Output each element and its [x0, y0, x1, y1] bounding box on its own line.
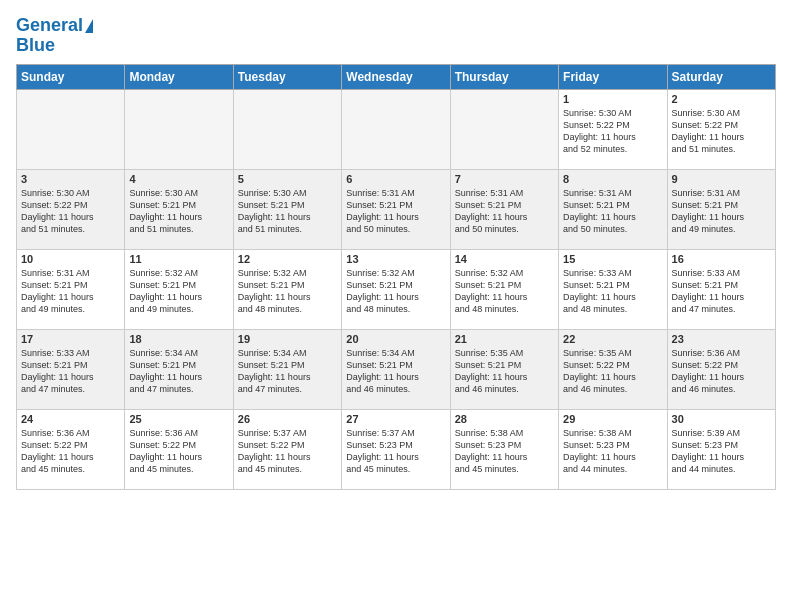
day-number: 28: [455, 413, 554, 425]
day-info: Sunrise: 5:30 AM Sunset: 5:21 PM Dayligh…: [238, 187, 337, 236]
weekday-header: Sunday: [17, 64, 125, 89]
calendar-cell: 7Sunrise: 5:31 AM Sunset: 5:21 PM Daylig…: [450, 169, 558, 249]
day-info: Sunrise: 5:32 AM Sunset: 5:21 PM Dayligh…: [455, 267, 554, 316]
calendar-week-row: 17Sunrise: 5:33 AM Sunset: 5:21 PM Dayli…: [17, 329, 776, 409]
day-info: Sunrise: 5:31 AM Sunset: 5:21 PM Dayligh…: [563, 187, 662, 236]
calendar-cell: 21Sunrise: 5:35 AM Sunset: 5:21 PM Dayli…: [450, 329, 558, 409]
day-number: 4: [129, 173, 228, 185]
weekday-header: Tuesday: [233, 64, 341, 89]
day-info: Sunrise: 5:34 AM Sunset: 5:21 PM Dayligh…: [129, 347, 228, 396]
day-number: 3: [21, 173, 120, 185]
day-number: 6: [346, 173, 445, 185]
calendar-cell: 26Sunrise: 5:37 AM Sunset: 5:22 PM Dayli…: [233, 409, 341, 489]
day-number: 15: [563, 253, 662, 265]
day-number: 16: [672, 253, 771, 265]
calendar-cell: 16Sunrise: 5:33 AM Sunset: 5:21 PM Dayli…: [667, 249, 775, 329]
day-info: Sunrise: 5:38 AM Sunset: 5:23 PM Dayligh…: [455, 427, 554, 476]
day-number: 1: [563, 93, 662, 105]
calendar-cell: 20Sunrise: 5:34 AM Sunset: 5:21 PM Dayli…: [342, 329, 450, 409]
calendar-cell: [125, 89, 233, 169]
calendar-week-row: 10Sunrise: 5:31 AM Sunset: 5:21 PM Dayli…: [17, 249, 776, 329]
logo-text-general: General: [16, 16, 83, 36]
day-info: Sunrise: 5:36 AM Sunset: 5:22 PM Dayligh…: [672, 347, 771, 396]
logo-text-blue: Blue: [16, 36, 55, 56]
calendar-header-row: SundayMondayTuesdayWednesdayThursdayFrid…: [17, 64, 776, 89]
calendar-cell: 1Sunrise: 5:30 AM Sunset: 5:22 PM Daylig…: [559, 89, 667, 169]
calendar-week-row: 24Sunrise: 5:36 AM Sunset: 5:22 PM Dayli…: [17, 409, 776, 489]
calendar-table: SundayMondayTuesdayWednesdayThursdayFrid…: [16, 64, 776, 490]
day-number: 8: [563, 173, 662, 185]
day-number: 9: [672, 173, 771, 185]
calendar-cell: 28Sunrise: 5:38 AM Sunset: 5:23 PM Dayli…: [450, 409, 558, 489]
day-number: 5: [238, 173, 337, 185]
day-info: Sunrise: 5:31 AM Sunset: 5:21 PM Dayligh…: [346, 187, 445, 236]
day-info: Sunrise: 5:30 AM Sunset: 5:21 PM Dayligh…: [129, 187, 228, 236]
day-info: Sunrise: 5:30 AM Sunset: 5:22 PM Dayligh…: [21, 187, 120, 236]
day-info: Sunrise: 5:35 AM Sunset: 5:22 PM Dayligh…: [563, 347, 662, 396]
calendar-cell: 11Sunrise: 5:32 AM Sunset: 5:21 PM Dayli…: [125, 249, 233, 329]
logo-icon: [85, 19, 93, 33]
day-info: Sunrise: 5:36 AM Sunset: 5:22 PM Dayligh…: [21, 427, 120, 476]
calendar-cell: 24Sunrise: 5:36 AM Sunset: 5:22 PM Dayli…: [17, 409, 125, 489]
day-info: Sunrise: 5:34 AM Sunset: 5:21 PM Dayligh…: [346, 347, 445, 396]
day-number: 27: [346, 413, 445, 425]
day-info: Sunrise: 5:37 AM Sunset: 5:23 PM Dayligh…: [346, 427, 445, 476]
day-number: 14: [455, 253, 554, 265]
calendar-week-row: 3Sunrise: 5:30 AM Sunset: 5:22 PM Daylig…: [17, 169, 776, 249]
day-number: 26: [238, 413, 337, 425]
day-number: 7: [455, 173, 554, 185]
calendar-cell: 10Sunrise: 5:31 AM Sunset: 5:21 PM Dayli…: [17, 249, 125, 329]
calendar-cell: 19Sunrise: 5:34 AM Sunset: 5:21 PM Dayli…: [233, 329, 341, 409]
day-info: Sunrise: 5:37 AM Sunset: 5:22 PM Dayligh…: [238, 427, 337, 476]
calendar-cell: 5Sunrise: 5:30 AM Sunset: 5:21 PM Daylig…: [233, 169, 341, 249]
calendar-cell: [17, 89, 125, 169]
day-info: Sunrise: 5:31 AM Sunset: 5:21 PM Dayligh…: [672, 187, 771, 236]
weekday-header: Monday: [125, 64, 233, 89]
calendar-week-row: 1Sunrise: 5:30 AM Sunset: 5:22 PM Daylig…: [17, 89, 776, 169]
calendar-cell: 12Sunrise: 5:32 AM Sunset: 5:21 PM Dayli…: [233, 249, 341, 329]
calendar-cell: 6Sunrise: 5:31 AM Sunset: 5:21 PM Daylig…: [342, 169, 450, 249]
day-number: 2: [672, 93, 771, 105]
page-header: General Blue: [16, 16, 776, 56]
calendar-cell: 9Sunrise: 5:31 AM Sunset: 5:21 PM Daylig…: [667, 169, 775, 249]
calendar-cell: 3Sunrise: 5:30 AM Sunset: 5:22 PM Daylig…: [17, 169, 125, 249]
weekday-header: Wednesday: [342, 64, 450, 89]
calendar-cell: 22Sunrise: 5:35 AM Sunset: 5:22 PM Dayli…: [559, 329, 667, 409]
day-info: Sunrise: 5:30 AM Sunset: 5:22 PM Dayligh…: [563, 107, 662, 156]
day-number: 25: [129, 413, 228, 425]
day-info: Sunrise: 5:33 AM Sunset: 5:21 PM Dayligh…: [21, 347, 120, 396]
day-info: Sunrise: 5:30 AM Sunset: 5:22 PM Dayligh…: [672, 107, 771, 156]
day-number: 18: [129, 333, 228, 345]
weekday-header: Friday: [559, 64, 667, 89]
day-info: Sunrise: 5:32 AM Sunset: 5:21 PM Dayligh…: [238, 267, 337, 316]
day-number: 19: [238, 333, 337, 345]
day-info: Sunrise: 5:34 AM Sunset: 5:21 PM Dayligh…: [238, 347, 337, 396]
day-number: 20: [346, 333, 445, 345]
day-number: 12: [238, 253, 337, 265]
calendar-cell: 18Sunrise: 5:34 AM Sunset: 5:21 PM Dayli…: [125, 329, 233, 409]
day-number: 22: [563, 333, 662, 345]
calendar-cell: 14Sunrise: 5:32 AM Sunset: 5:21 PM Dayli…: [450, 249, 558, 329]
day-info: Sunrise: 5:32 AM Sunset: 5:21 PM Dayligh…: [129, 267, 228, 316]
logo: General Blue: [16, 16, 93, 56]
day-info: Sunrise: 5:35 AM Sunset: 5:21 PM Dayligh…: [455, 347, 554, 396]
calendar-cell: 30Sunrise: 5:39 AM Sunset: 5:23 PM Dayli…: [667, 409, 775, 489]
calendar-cell: 15Sunrise: 5:33 AM Sunset: 5:21 PM Dayli…: [559, 249, 667, 329]
calendar-cell: 27Sunrise: 5:37 AM Sunset: 5:23 PM Dayli…: [342, 409, 450, 489]
calendar-cell: 29Sunrise: 5:38 AM Sunset: 5:23 PM Dayli…: [559, 409, 667, 489]
calendar-cell: [233, 89, 341, 169]
calendar-cell: 8Sunrise: 5:31 AM Sunset: 5:21 PM Daylig…: [559, 169, 667, 249]
calendar-cell: 13Sunrise: 5:32 AM Sunset: 5:21 PM Dayli…: [342, 249, 450, 329]
day-number: 11: [129, 253, 228, 265]
day-info: Sunrise: 5:33 AM Sunset: 5:21 PM Dayligh…: [563, 267, 662, 316]
weekday-header: Saturday: [667, 64, 775, 89]
calendar-cell: 25Sunrise: 5:36 AM Sunset: 5:22 PM Dayli…: [125, 409, 233, 489]
calendar-cell: [342, 89, 450, 169]
weekday-header: Thursday: [450, 64, 558, 89]
calendar-cell: 2Sunrise: 5:30 AM Sunset: 5:22 PM Daylig…: [667, 89, 775, 169]
day-info: Sunrise: 5:33 AM Sunset: 5:21 PM Dayligh…: [672, 267, 771, 316]
calendar-cell: [450, 89, 558, 169]
calendar-cell: 17Sunrise: 5:33 AM Sunset: 5:21 PM Dayli…: [17, 329, 125, 409]
day-info: Sunrise: 5:39 AM Sunset: 5:23 PM Dayligh…: [672, 427, 771, 476]
day-info: Sunrise: 5:36 AM Sunset: 5:22 PM Dayligh…: [129, 427, 228, 476]
